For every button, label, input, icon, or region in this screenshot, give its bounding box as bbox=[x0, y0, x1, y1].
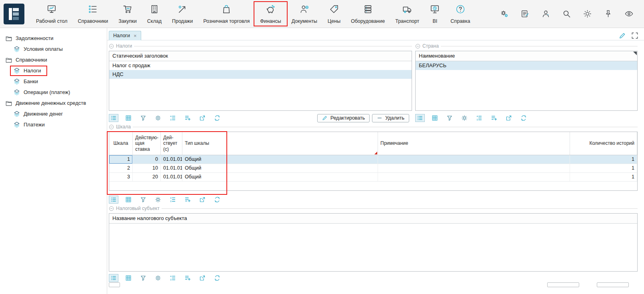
cutoff-button[interactable] bbox=[547, 282, 579, 287]
cell-scale[interactable]: 1 bbox=[109, 155, 133, 164]
fullscreen-icon[interactable] bbox=[631, 32, 638, 39]
column-header-scale[interactable]: Шкала bbox=[109, 132, 133, 155]
numbered-list-icon[interactable] bbox=[168, 274, 178, 282]
cutoff-button[interactable] bbox=[109, 282, 120, 287]
edit-icon[interactable] bbox=[619, 32, 626, 39]
menu-item-retail[interactable]: Розничная торговля bbox=[198, 2, 255, 26]
cell-effective-from[interactable]: 01.01.01 bbox=[161, 155, 182, 164]
list-item[interactable]: НДС bbox=[109, 70, 412, 79]
menu-item-purchases[interactable]: Закупки bbox=[113, 2, 142, 26]
edit-button[interactable]: Редактировать bbox=[317, 114, 370, 122]
tax-subject-list-header[interactable]: Название налогового субъекта bbox=[109, 214, 637, 224]
sidebar-item-payment-terms[interactable]: Условия оплаты bbox=[0, 44, 107, 54]
settings-gear-icon[interactable] bbox=[153, 274, 163, 282]
column-header-rate[interactable]: Действую-щая ставка bbox=[133, 132, 161, 155]
grid-view-icon[interactable] bbox=[124, 114, 133, 122]
table-row[interactable]: 3 20 01.01.01 Общий 1 bbox=[109, 173, 637, 182]
menu-item-bi[interactable]: BI bbox=[424, 2, 445, 26]
sidebar-item-cash-flow[interactable]: Движение денежных средств bbox=[0, 98, 107, 108]
collapse-icon[interactable] bbox=[109, 124, 114, 130]
menu-item-documents[interactable]: Документы bbox=[286, 2, 322, 26]
numbered-list-icon[interactable] bbox=[168, 114, 178, 122]
filter-icon[interactable] bbox=[138, 114, 148, 122]
taxes-list-header[interactable]: Статический заголовок bbox=[109, 51, 412, 61]
menu-item-sales[interactable]: Продажи bbox=[167, 2, 198, 26]
list-view-icon[interactable] bbox=[109, 196, 118, 204]
cell-note[interactable] bbox=[378, 164, 570, 172]
menu-item-equipment[interactable]: Оборудование bbox=[346, 2, 390, 26]
search-button[interactable] bbox=[562, 9, 571, 18]
sidebar-item-money-movement[interactable]: Движение денег bbox=[0, 108, 107, 119]
cell-scale-type[interactable]: Общий bbox=[182, 164, 227, 172]
refresh-icon[interactable] bbox=[212, 114, 222, 122]
notes-button[interactable] bbox=[520, 9, 530, 18]
cell-note[interactable] bbox=[378, 155, 570, 164]
column-header-note[interactable]: Примечание bbox=[378, 132, 570, 155]
cell-history-count[interactable]: 1 bbox=[570, 173, 637, 181]
grid-view-icon[interactable] bbox=[124, 274, 133, 282]
menu-item-catalogs[interactable]: Справочники bbox=[72, 2, 113, 26]
cutoff-button[interactable] bbox=[597, 282, 629, 287]
open-in-window-icon[interactable] bbox=[198, 196, 207, 204]
user-button[interactable] bbox=[541, 9, 550, 18]
table-row[interactable]: 1 0 01.01.01 Общий 1 bbox=[109, 155, 637, 164]
app-logo[interactable] bbox=[4, 4, 24, 24]
cell-scale-type[interactable]: Общий bbox=[182, 173, 227, 181]
sidebar-item-operations[interactable]: Операции (платеж) bbox=[0, 87, 107, 98]
pin-button[interactable] bbox=[604, 9, 613, 18]
cell-scale[interactable]: 2 bbox=[109, 164, 133, 172]
settings-gear-icon[interactable] bbox=[153, 114, 163, 122]
column-header-scale-type[interactable]: Тип шкалы bbox=[182, 132, 227, 155]
grid-view-icon[interactable] bbox=[430, 114, 440, 122]
open-in-window-icon[interactable] bbox=[198, 114, 207, 122]
refresh-icon[interactable] bbox=[212, 196, 222, 204]
column-menu-icon[interactable] bbox=[633, 52, 637, 55]
list-item[interactable]: Налог с продаж bbox=[109, 61, 412, 70]
filter-icon[interactable] bbox=[138, 274, 148, 282]
menu-item-transport[interactable]: Транспорт bbox=[390, 2, 424, 26]
column-header-empty[interactable] bbox=[227, 132, 378, 155]
settings-button[interactable] bbox=[500, 9, 509, 18]
cell-empty[interactable] bbox=[227, 164, 378, 172]
menu-item-desktop[interactable]: Рабочий стол bbox=[31, 2, 72, 26]
filter-icon[interactable] bbox=[138, 196, 148, 204]
collapse-icon[interactable] bbox=[109, 44, 114, 49]
collapse-icon[interactable] bbox=[415, 44, 420, 49]
collapse-icon[interactable] bbox=[109, 206, 114, 211]
numbered-list-icon[interactable] bbox=[168, 196, 178, 204]
cell-history-count[interactable]: 1 bbox=[570, 164, 637, 172]
cell-effective-from[interactable]: 01.01.01 bbox=[161, 173, 182, 181]
delete-button[interactable]: Удалить bbox=[372, 114, 409, 122]
cell-note[interactable] bbox=[378, 173, 570, 181]
tab-close-icon[interactable]: × bbox=[134, 33, 137, 38]
cell-rate[interactable]: 20 bbox=[133, 173, 161, 181]
sidebar-item-debts[interactable]: Задолженности bbox=[0, 33, 107, 44]
sidebar-item-payments[interactable]: Платежи bbox=[0, 119, 107, 130]
add-to-list-icon[interactable] bbox=[183, 274, 192, 282]
list-item[interactable]: БЕЛАРУСЬ bbox=[416, 61, 637, 70]
visibility-button[interactable] bbox=[624, 9, 634, 18]
sidebar-item-catalogs[interactable]: Справочники bbox=[0, 54, 107, 65]
add-to-list-icon[interactable] bbox=[489, 114, 499, 122]
add-to-list-icon[interactable] bbox=[183, 114, 192, 122]
column-header-effective-from[interactable]: Дей-ствует (с) bbox=[161, 132, 182, 155]
theme-button[interactable] bbox=[583, 9, 592, 18]
settings-gear-icon[interactable] bbox=[460, 114, 469, 122]
settings-gear-icon[interactable] bbox=[153, 196, 163, 204]
menu-item-help[interactable]: Справка bbox=[445, 2, 475, 26]
open-in-window-icon[interactable] bbox=[198, 274, 207, 282]
tab-taxes[interactable]: Налоги × bbox=[109, 31, 141, 40]
cell-effective-from[interactable]: 01.01.01 bbox=[161, 164, 182, 172]
cell-empty[interactable] bbox=[227, 155, 378, 164]
add-to-list-icon[interactable] bbox=[183, 196, 192, 204]
list-view-icon[interactable] bbox=[109, 114, 118, 122]
column-header-history-count[interactable]: Количество историй bbox=[570, 132, 637, 155]
refresh-icon[interactable] bbox=[212, 274, 222, 282]
table-row[interactable]: 2 10 01.01.01 Общий 1 bbox=[109, 164, 637, 173]
sidebar-item-banks[interactable]: Банки bbox=[0, 76, 107, 87]
open-in-window-icon[interactable] bbox=[504, 114, 514, 122]
list-view-icon[interactable] bbox=[109, 274, 118, 282]
cell-scale[interactable]: 3 bbox=[109, 173, 133, 181]
cell-rate[interactable]: 10 bbox=[133, 164, 161, 172]
menu-item-prices[interactable]: Цены bbox=[322, 2, 346, 26]
